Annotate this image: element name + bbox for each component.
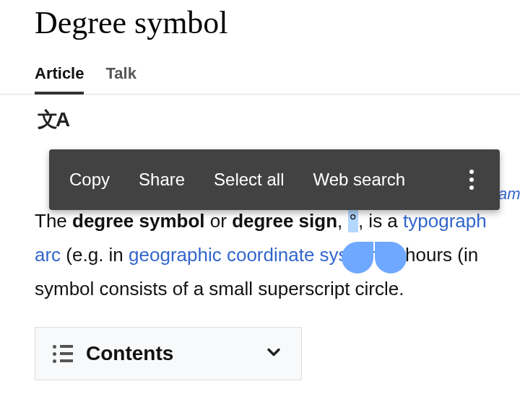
- text: ,: [337, 210, 347, 232]
- text: The: [35, 210, 72, 232]
- tab-talk[interactable]: Talk: [105, 64, 136, 94]
- contents-label: Contents: [86, 342, 173, 365]
- more-options-icon[interactable]: [464, 164, 480, 196]
- tab-article[interactable]: Article: [35, 64, 84, 95]
- link-typograph[interactable]: typograph: [403, 210, 487, 232]
- page-title: Degree symbol: [0, 0, 520, 41]
- list-icon: [53, 345, 73, 363]
- chevron-down-icon: [264, 342, 284, 365]
- menu-share[interactable]: Share: [139, 170, 185, 190]
- text: (e.g. in: [61, 244, 129, 266]
- text: symbol consists of a small superscript c…: [35, 278, 404, 299]
- text: or: [205, 210, 233, 232]
- selection-handle-left[interactable]: [342, 242, 373, 274]
- selection-handle-right[interactable]: [375, 242, 407, 274]
- menu-select-all[interactable]: Select all: [214, 170, 284, 190]
- menu-copy[interactable]: Copy: [69, 170, 110, 190]
- language-icon[interactable]: 文A: [38, 108, 68, 131]
- term-degree-symbol: degree symbol: [72, 210, 205, 232]
- text-selection-context-menu: Copy Share Select all Web search: [49, 149, 500, 210]
- contents-toggle[interactable]: Contents: [35, 327, 302, 380]
- selected-text[interactable]: °: [348, 209, 358, 232]
- link-arc[interactable]: arc: [35, 244, 61, 266]
- term-degree-sign: degree sign: [232, 210, 337, 232]
- text: , is a: [358, 210, 403, 232]
- language-row: 文A: [0, 95, 520, 134]
- tab-bar: Article Talk: [0, 41, 520, 95]
- menu-web-search[interactable]: Web search: [313, 170, 405, 190]
